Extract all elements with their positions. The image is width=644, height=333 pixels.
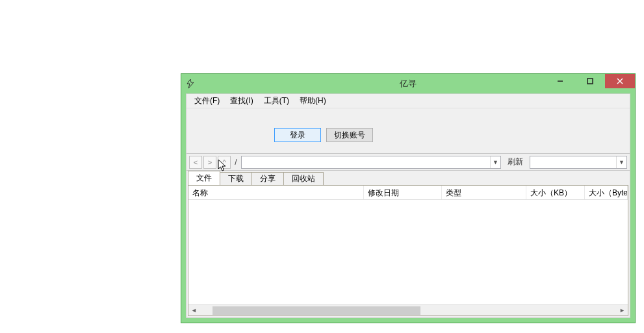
menu-help[interactable]: 帮助(H) bbox=[294, 93, 331, 108]
nav-forward-button[interactable]: > bbox=[203, 156, 216, 169]
client-area: 文件(F) 查找(I) 工具(T) 帮助(H) 登录 切换账号 < > ^ / … bbox=[186, 93, 630, 318]
refresh-button[interactable]: 刷新 bbox=[502, 156, 528, 167]
list-header: 名称 修改日期 类型 大小（KB） 大小（Byte bbox=[188, 186, 628, 200]
scroll-left-icon[interactable]: ◄ bbox=[188, 305, 200, 316]
nav-back-button[interactable]: < bbox=[189, 156, 202, 169]
toolbar-panel: 登录 切换账号 bbox=[187, 108, 630, 154]
menu-tools[interactable]: 工具(T) bbox=[259, 93, 294, 108]
nav-up-button[interactable]: ^ bbox=[218, 156, 231, 169]
path-separator: / bbox=[232, 158, 240, 167]
file-listview[interactable]: 名称 修改日期 类型 大小（KB） 大小（Byte ◄ ► bbox=[188, 185, 628, 316]
menubar: 文件(F) 查找(I) 工具(T) 帮助(H) bbox=[187, 94, 630, 108]
maximize-button[interactable] bbox=[575, 74, 605, 88]
horizontal-scrollbar[interactable]: ◄ ► bbox=[188, 304, 628, 315]
tab-downloads[interactable]: 下载 bbox=[220, 172, 252, 185]
menu-find[interactable]: 查找(I) bbox=[225, 93, 258, 108]
app-window: 亿寻 文件(F) 查找(I) 工具(T) 帮助(H) 登录 切换账号 bbox=[181, 73, 636, 323]
path-combobox[interactable]: ▼ bbox=[241, 156, 501, 169]
col-size-byte[interactable]: 大小（Byte bbox=[585, 186, 628, 199]
tab-recycle[interactable]: 回收站 bbox=[283, 172, 324, 185]
close-button[interactable] bbox=[605, 74, 635, 88]
col-modified[interactable]: 修改日期 bbox=[364, 186, 442, 199]
tabstrip: 文件 下载 分享 回收站 bbox=[187, 171, 630, 185]
tab-share[interactable]: 分享 bbox=[251, 172, 284, 185]
login-button[interactable]: 登录 bbox=[274, 128, 321, 142]
scroll-right-icon[interactable]: ► bbox=[617, 305, 628, 316]
window-controls bbox=[545, 74, 635, 88]
switch-account-button[interactable]: 切换账号 bbox=[326, 128, 373, 142]
scroll-thumb[interactable] bbox=[213, 306, 420, 315]
svg-rect-1 bbox=[587, 79, 593, 84]
tab-files[interactable]: 文件 bbox=[188, 171, 220, 185]
col-size-kb[interactable]: 大小（KB） bbox=[526, 186, 585, 199]
scroll-track[interactable] bbox=[200, 305, 617, 316]
menu-file[interactable]: 文件(F) bbox=[189, 93, 225, 108]
minimize-button[interactable] bbox=[545, 74, 575, 88]
chevron-down-icon[interactable]: ▼ bbox=[490, 156, 500, 168]
filter-combobox[interactable]: ▼ bbox=[530, 156, 627, 169]
chevron-down-icon[interactable]: ▼ bbox=[616, 156, 626, 168]
app-icon bbox=[185, 79, 196, 89]
list-body[interactable] bbox=[188, 200, 628, 304]
col-name[interactable]: 名称 bbox=[188, 186, 364, 199]
titlebar[interactable]: 亿寻 bbox=[181, 74, 635, 93]
col-type[interactable]: 类型 bbox=[442, 186, 526, 199]
nav-bar: < > ^ / ▼ 刷新 ▼ bbox=[187, 154, 630, 171]
